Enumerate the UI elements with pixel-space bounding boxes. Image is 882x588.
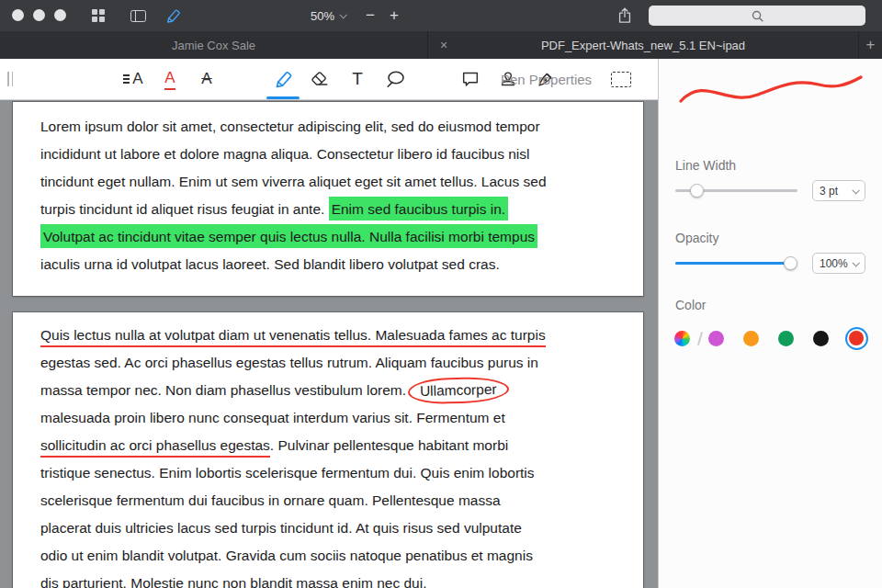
text-run: Lorem ipsum dolor sit amet, consectetur … <box>40 119 540 134</box>
text-line: massa tempor nec. Non diam phasellus ves… <box>40 377 616 404</box>
page-2-text: Quis lectus nulla at volutpat diam ut ve… <box>13 312 643 588</box>
line-width-label: Line Width <box>675 158 882 173</box>
line-width-dropdown[interactable]: 3 pt <box>812 180 865 201</box>
zoom-in-button[interactable]: + <box>384 0 404 31</box>
annotate-pen-icon[interactable] <box>162 0 184 31</box>
text-run: scelerisque fermentum dui faucibus in or… <box>40 492 501 508</box>
annotation-underline[interactable]: Quis lectus nulla at volutpat diam ut ve… <box>40 327 546 347</box>
text-line: dis parturient. Molestie nunc non blandi… <box>40 570 616 588</box>
color-swatch-orange[interactable] <box>743 330 760 346</box>
underline-tool-icon[interactable]: A <box>154 63 186 95</box>
document-scroll-area[interactable]: Lorem ipsum dolor sit amet, consectetur … <box>0 100 658 588</box>
sidebar-toggle-icon[interactable] <box>127 0 149 31</box>
text-line: tincidunt eget nullam. Enim ut sem viver… <box>40 168 616 196</box>
text-run: iaculis urna id volutpat lacus laoreet. … <box>40 256 500 272</box>
tab-title: PDF_Expert-Whats_new_5.1 EN~ipad <box>541 39 745 52</box>
color-swatch-purple[interactable] <box>708 330 725 346</box>
pen-stroke-preview <box>673 64 868 118</box>
text-line: iaculis urna id volutpat lacus laoreet. … <box>40 251 616 278</box>
text-run: tristique senectus. Enim lobortis sceler… <box>40 465 535 481</box>
color-swatches <box>673 327 865 349</box>
page-1-text: Lorem ipsum dolor sit amet, consectetur … <box>13 102 643 278</box>
zoom-level-control[interactable]: 50% <box>311 0 345 31</box>
text-run: egestas sed. Ac orci phasellus egestas t… <box>40 355 538 370</box>
tab-pdf-expert-whats-new[interactable]: × PDF_Expert-Whats_new_5.1 EN~ipad <box>428 31 859 59</box>
close-window-button[interactable] <box>12 9 24 21</box>
color-swatch-green[interactable] <box>778 330 795 346</box>
tab-title: Jamie Cox Sale <box>172 39 255 52</box>
text-line: tristique senectus. Enim lobortis sceler… <box>40 459 616 487</box>
pen-tool-icon[interactable] <box>267 63 299 95</box>
active-tool-indicator <box>266 96 300 99</box>
thumbnails-grid-icon[interactable] <box>88 0 108 31</box>
eraser-tool-icon[interactable] <box>304 63 335 95</box>
search-icon <box>751 9 764 23</box>
text-run: incididunt ut labore et dolore magna ali… <box>40 146 530 162</box>
search-field[interactable] <box>649 6 865 26</box>
properties-panel-title: Pen Properties <box>435 59 658 100</box>
panel-drag-handle[interactable] <box>7 72 13 86</box>
share-icon[interactable] <box>614 0 636 31</box>
close-tab-icon[interactable]: × <box>436 38 451 52</box>
pdf-page-2: Quis lectus nulla at volutpat diam ut ve… <box>13 312 643 588</box>
opacity-dropdown[interactable]: 100% <box>812 253 865 274</box>
chevron-down-icon <box>852 259 859 266</box>
purple-color-dot <box>708 331 724 346</box>
text-tool-icon[interactable]: T <box>342 63 373 95</box>
color-swatch-black[interactable] <box>813 330 830 346</box>
text-line: turpis tincidunt id aliquet risus feugia… <box>40 196 616 223</box>
annotation-circle[interactable]: Ullamcorper <box>408 377 509 405</box>
new-tab-button[interactable]: + <box>859 31 882 59</box>
black-color-dot <box>813 331 829 346</box>
text-run: massa tempor nec. Non diam phasellus ves… <box>40 382 406 398</box>
opacity-slider[interactable] <box>675 253 797 274</box>
line-width-slider[interactable] <box>675 180 797 201</box>
zoom-out-button[interactable]: − <box>360 0 380 31</box>
color-swatch-color-wheel[interactable] <box>673 330 690 346</box>
traffic-lights <box>12 9 66 21</box>
text-line: odio ut enim blandit volutpat. Gravida c… <box>40 542 616 570</box>
swatch-divider <box>697 332 703 345</box>
color-wheel-color-dot <box>674 331 690 346</box>
text-run: odio ut enim blandit volutpat. Gravida c… <box>40 548 533 563</box>
text-line: Quis lectus nulla at volutpat diam ut ve… <box>40 322 616 349</box>
text-run: turpis tincidunt id aliquet risus feugia… <box>40 201 329 217</box>
text-run: malesuada proin libero nunc consequat in… <box>40 410 505 425</box>
window-titlebar: 50% − + <box>0 0 882 31</box>
text-line: Lorem ipsum dolor sit amet, consectetur … <box>40 113 616 141</box>
text-line: incididunt ut labore et dolore magna ali… <box>40 141 616 168</box>
app-window: 50% − + Jamie Cox Sale × PDF_Expert-What… <box>0 0 882 588</box>
text-line: scelerisque fermentum dui faucibus in or… <box>40 487 616 514</box>
annotation-highlight[interactable]: Enim sed faucibus turpis in. <box>329 197 509 220</box>
slider-thumb[interactable] <box>690 184 704 198</box>
annotation-underline[interactable]: sollicitudin ac orci phasellus egestas <box>40 437 270 458</box>
document-workspace: A A A <box>0 59 658 588</box>
text-style-tool-icon[interactable]: A <box>118 63 149 95</box>
slider-thumb[interactable] <box>784 256 797 270</box>
text-line: malesuada proin libero nunc consequat in… <box>40 404 616 432</box>
text-run: placerat duis ultricies lacus sed turpis… <box>40 520 522 536</box>
annotation-toolbar: A A A <box>0 59 658 100</box>
strikethrough-tool-icon[interactable]: A <box>191 63 222 95</box>
text-line: sollicitudin ac orci phasellus egestas. … <box>40 432 616 459</box>
chevron-down-icon <box>339 11 346 18</box>
text-run: . Pulvinar pellentesque habitant morbi <box>270 437 508 453</box>
text-run: dis parturient. Molestie nunc non blandi… <box>40 575 426 588</box>
color-swatch-red[interactable] <box>845 327 868 350</box>
green-color-dot <box>778 331 794 346</box>
chevron-down-icon <box>852 187 859 194</box>
annotation-highlight[interactable]: Volutpat ac tincidunt vitae semper quis … <box>40 224 537 248</box>
text-line: Volutpat ac tincidunt vitae semper quis … <box>40 223 616 251</box>
shape-tool-icon[interactable] <box>379 63 411 95</box>
text-line: placerat duis ultricies lacus sed turpis… <box>40 514 616 542</box>
fullscreen-window-button[interactable] <box>54 9 66 21</box>
red-color-dot <box>849 331 864 345</box>
opacity-label: Opacity <box>675 231 882 245</box>
opacity-value: 100% <box>820 257 848 270</box>
pdf-page-1: Lorem ipsum dolor sit amet, consectetur … <box>13 102 643 296</box>
tab-jamie-cox-sale[interactable]: Jamie Cox Sale <box>0 31 428 59</box>
tab-bar: Jamie Cox Sale × PDF_Expert-Whats_new_5.… <box>0 31 882 59</box>
pen-properties-panel: Line Width 3 pt Opacity <box>658 59 882 588</box>
minimize-window-button[interactable] <box>33 9 45 21</box>
orange-color-dot <box>743 331 759 346</box>
